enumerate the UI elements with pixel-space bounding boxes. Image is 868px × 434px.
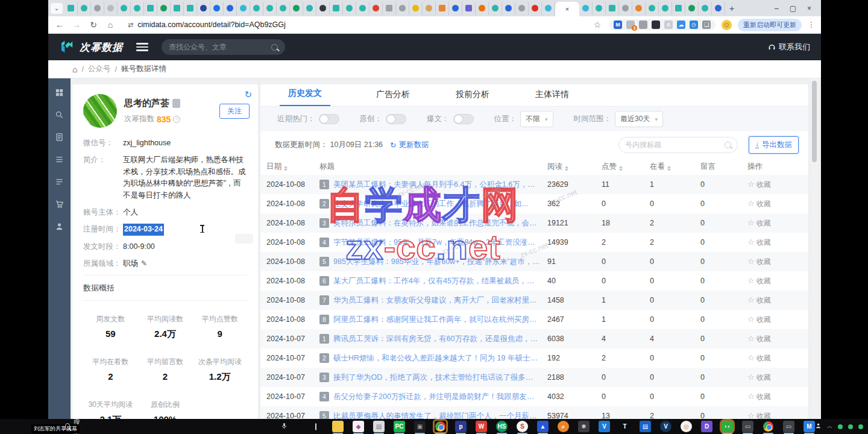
article-link[interactable]: 985大学生爆料：985毕业，年薪60w+，投递“胖东来”超市，连简历初筛都没.…: [333, 257, 540, 267]
browser-tab[interactable]: [476, 2, 489, 15]
taskbar-app-icon[interactable]: [332, 421, 344, 432]
browser-tab[interactable]: [515, 2, 529, 15]
browser-tab[interactable]: [64, 2, 78, 15]
taskbar-app-✱[interactable]: ✱: [578, 421, 590, 432]
taskbar-app-PC[interactable]: PC: [394, 421, 405, 432]
breadcrumb-item[interactable]: 公众号: [88, 64, 111, 74]
browser-tab[interactable]: [619, 2, 632, 15]
favorite-button[interactable]: ☆收藏: [747, 392, 802, 402]
task-view-icon[interactable]: [315, 423, 316, 430]
taskbar-app-wechat[interactable]: ◗◖: [722, 421, 733, 432]
taskbar-app-D[interactable]: D: [701, 421, 712, 432]
refresh-data-icon[interactable]: ↻: [390, 140, 396, 149]
browser-tab[interactable]: [436, 2, 449, 15]
article-link[interactable]: 上交大学研究生：毕业后大厂的工作，也折腾了两年，如...: [333, 199, 528, 209]
browser-tab[interactable]: [593, 2, 606, 15]
browser-tab[interactable]: [104, 2, 118, 15]
taskbar-app-▭[interactable]: ▭: [742, 421, 753, 432]
favorite-button[interactable]: ☆收藏: [747, 218, 802, 228]
browser-tab[interactable]: [210, 2, 224, 15]
browser-tab[interactable]: [330, 2, 343, 15]
home-breadcrumb-icon[interactable]: ⌂: [72, 64, 77, 74]
browser-tab[interactable]: [685, 2, 699, 15]
extension-icon[interactable]: ◷: [690, 20, 698, 29]
browser-tab[interactable]: [606, 2, 619, 15]
rail-dashboard-icon[interactable]: [55, 88, 64, 97]
browser-tab[interactable]: [343, 2, 356, 15]
taskbar-app-W[interactable]: W: [476, 421, 487, 432]
close-window-button[interactable]: ×: [807, 4, 811, 13]
taskbar-app-S[interactable]: S: [517, 421, 528, 432]
toggle-switch[interactable]: [319, 114, 339, 124]
browser-tab[interactable]: [672, 2, 685, 15]
browser-tab[interactable]: [277, 2, 290, 15]
filter-select[interactable]: 最近30天▾: [615, 111, 663, 127]
taskbar-app-HS[interactable]: HS: [496, 421, 508, 432]
extension-icon[interactable]: [639, 20, 647, 29]
favorite-button[interactable]: ☆收藏: [747, 411, 802, 420]
browser-tab[interactable]: [144, 2, 157, 15]
extension-icon[interactable]: [652, 20, 660, 29]
browser-tab[interactable]: [529, 2, 542, 15]
tray-green-dot-icon[interactable]: [838, 424, 843, 429]
favorite-button[interactable]: ☆收藏: [747, 334, 802, 344]
rail-user-icon[interactable]: [55, 222, 64, 231]
page-scrollbar-thumb[interactable]: [812, 81, 817, 162]
browser-tab[interactable]: [197, 2, 210, 15]
tab-主体详情[interactable]: 主体详情: [535, 89, 569, 106]
people-icon[interactable]: [815, 422, 822, 431]
article-link[interactable]: 某大厂员工爆料：工作4年，仅有45万存款，结果被裁员，几个月都找不到工...: [333, 276, 540, 286]
browser-tab[interactable]: [316, 2, 330, 15]
minimize-button[interactable]: –: [775, 4, 779, 13]
article-link[interactable]: 华为员工爆料：女朋友听父母建议，离开大厂，回老家村里当老师，月薪1500...: [333, 295, 540, 306]
article-link[interactable]: 比裁员更侮辱人的事情发生了，裁掉部门两个人，一个月薪两万，一个月薪三...: [333, 411, 540, 420]
favorite-button[interactable]: ☆收藏: [747, 199, 802, 209]
edit-pencil-icon[interactable]: ✎: [141, 258, 147, 269]
browser-menu-icon[interactable]: ⋮: [808, 20, 815, 29]
browser-tab[interactable]: [579, 2, 593, 15]
browser-tab[interactable]: [290, 2, 303, 15]
favorite-button[interactable]: ☆收藏: [747, 257, 802, 267]
article-link[interactable]: 接到了华为OD，拒绝了两次，技术主管给打电话说了很多职业发展的事情，...: [333, 373, 540, 383]
tray-green-dot-icon[interactable]: [848, 424, 853, 429]
sort-arrows-icon[interactable]: [619, 166, 623, 171]
browser-tab[interactable]: [370, 2, 383, 15]
browser-tab[interactable]: [699, 2, 712, 15]
browser-tab[interactable]: [632, 2, 646, 15]
rail-search-icon[interactable]: [55, 110, 64, 119]
article-link[interactable]: 阿里员工爆料：感谢阿里让我工作两年，就可以在杭州买房！不然的话，靠家...: [333, 315, 540, 325]
tab-历史发文[interactable]: 历史发文: [280, 88, 330, 106]
browser-tab[interactable]: [423, 2, 436, 15]
browser-tab[interactable]: [356, 2, 370, 15]
browser-tab[interactable]: [659, 2, 672, 15]
tab-search-chevron-icon[interactable]: ⌄: [51, 3, 63, 14]
refresh-data-link[interactable]: 更新数据: [399, 140, 429, 150]
site-logo[interactable]: 次幂数据: [59, 40, 123, 54]
taskbar-app-T[interactable]: T: [619, 421, 631, 432]
profile-avatar[interactable]: ☺: [722, 20, 732, 30]
taskbar-app-▭[interactable]: ▭: [783, 421, 794, 432]
taskbar-app-M[interactable]: M: [804, 421, 815, 432]
info-icon[interactable]: ?: [173, 116, 180, 123]
browser-tab[interactable]: [263, 2, 277, 15]
browser-tab[interactable]: [118, 2, 131, 15]
rail-list-icon[interactable]: [55, 155, 64, 164]
site-info-icon[interactable]: ⇄: [128, 21, 133, 29]
taskbar-app-◎[interactable]: ◎: [681, 421, 692, 432]
close-tab-icon[interactable]: ×: [565, 5, 569, 13]
taskbar-app-⌕[interactable]: ⌕: [558, 421, 569, 432]
reload-icon[interactable]: ↻: [88, 20, 99, 30]
maximize-button[interactable]: ▢: [790, 4, 796, 13]
browser-tab[interactable]: [502, 2, 515, 15]
menu-hamburger-icon[interactable]: [136, 43, 148, 51]
title-search-input[interactable]: 号内搜标题: [618, 137, 738, 153]
browser-tab[interactable]: [224, 2, 237, 15]
article-link[interactable]: 字节某员工爆料：95年，月薪7w，年薪84w，2年工资没涨了，每天都感觉好...: [333, 237, 540, 248]
toggle-switch[interactable]: [386, 114, 406, 124]
relaunch-update-button[interactable]: 重新启动即可更新: [738, 19, 802, 31]
rail-document-icon[interactable]: [55, 133, 64, 142]
toggle-switch[interactable]: [453, 114, 474, 124]
taskbar-app-p[interactable]: p: [455, 421, 467, 432]
taskbar-app-chrome[interactable]: [435, 421, 446, 432]
url-omnibox[interactable]: ⇄ cimidata.com/account/detail?bid=AQb9zG…: [122, 18, 586, 31]
